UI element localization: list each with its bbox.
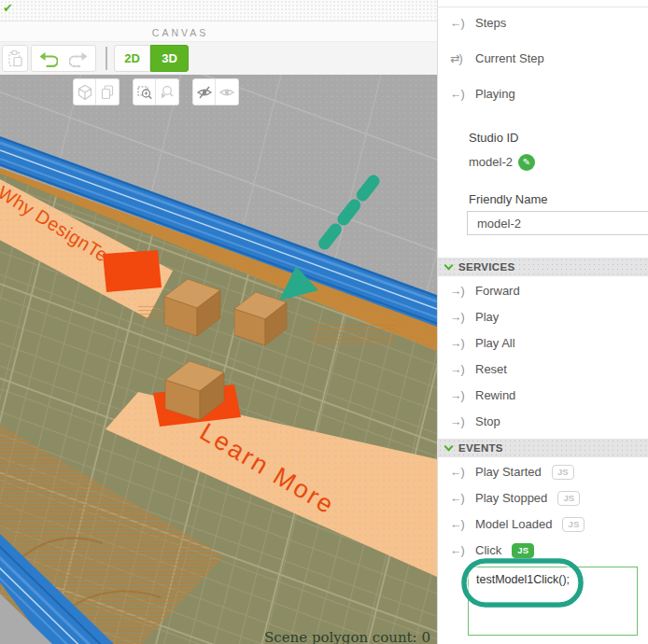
service-label: Reset <box>475 362 507 376</box>
properties-panel: ←) Steps ⇄) Current Step ←) Playing Stud… <box>437 0 648 644</box>
prop-row-steps[interactable]: ←) Steps <box>450 15 506 31</box>
clipboard-icon <box>6 49 24 68</box>
js-badge[interactable]: JS <box>562 517 585 532</box>
canvas-title: CANVAS <box>138 27 222 38</box>
eye-icon <box>218 84 235 101</box>
event-label: Click <box>475 543 501 557</box>
zoom-object-button[interactable] <box>156 78 179 105</box>
sync-arrow-icon: ⇄) <box>450 51 468 65</box>
service-label: Stop <box>475 414 500 428</box>
prop-label: Steps <box>475 16 506 30</box>
prop-row-playing[interactable]: ←) Playing <box>450 86 515 102</box>
binding-arrow-icon: ←) <box>450 17 468 30</box>
friendly-name-label: Friendly Name <box>469 192 548 206</box>
toolbar-divider <box>106 47 107 70</box>
prop-row-current-step[interactable]: ⇄) Current Step <box>450 50 544 66</box>
pencil-icon: ✎ <box>523 157 530 167</box>
studio-id-row: model-2 ✎ <box>469 154 535 170</box>
top-bar: ✔ <box>0 0 437 21</box>
click-code-editor[interactable]: testModel1Click(); <box>468 567 638 636</box>
studio-id-value: model-2 <box>469 155 513 169</box>
event-row-play-started[interactable]: ←) Play Started JS <box>450 464 574 480</box>
canvas-header: CANVAS <box>0 21 437 42</box>
event-row-click[interactable]: ←) Click JS <box>450 542 534 558</box>
services-title: SERVICES <box>458 261 514 273</box>
friendly-name-input[interactable] <box>467 211 648 235</box>
zoom-cursor-icon <box>159 84 176 101</box>
check-icon: ✔ <box>3 1 13 15</box>
service-label: Play <box>475 310 499 324</box>
paste-button[interactable] <box>2 45 28 72</box>
service-arrow-icon: →) <box>450 311 468 324</box>
js-badge-active[interactable]: JS <box>512 543 534 558</box>
undo-icon <box>37 49 58 69</box>
service-label: Play All <box>475 336 515 350</box>
service-arrow-icon: →) <box>450 363 468 376</box>
service-row-forward[interactable]: →) Forward <box>450 283 520 299</box>
redo-icon <box>69 49 90 69</box>
prop-label: Current Step <box>475 51 544 65</box>
wireframe-cube-icon <box>77 84 93 101</box>
wireframe-button[interactable] <box>73 78 96 105</box>
event-label: Play Started <box>475 465 542 479</box>
event-arrow-icon: ←) <box>450 544 468 557</box>
canvas-toolbar: 2D 3D <box>0 42 437 75</box>
service-row-play-all[interactable]: →) Play All <box>450 335 515 351</box>
zoom-region-icon <box>136 84 153 101</box>
service-label: Forward <box>475 284 520 298</box>
show-button[interactable] <box>216 78 239 105</box>
service-arrow-icon: →) <box>450 285 468 298</box>
event-arrow-icon: ←) <box>450 466 468 479</box>
service-arrow-icon: →) <box>450 389 468 402</box>
studio-id-label: Studio ID <box>469 131 518 145</box>
services-section-header[interactable]: SERVICES <box>438 258 648 276</box>
mode-3d-button[interactable]: 3D <box>150 45 189 72</box>
edit-studio-id-button[interactable]: ✎ <box>518 154 535 171</box>
event-label: Play Stopped <box>475 491 547 505</box>
service-label: Rewind <box>475 388 515 402</box>
zoom-select-button[interactable] <box>133 78 156 105</box>
copy-icon <box>99 84 116 101</box>
event-arrow-icon: ←) <box>450 492 468 505</box>
event-label: Model Loaded <box>475 517 552 531</box>
mode-2d-button[interactable]: 2D <box>114 45 150 72</box>
event-arrow-icon: ←) <box>450 518 468 531</box>
events-title: EVENTS <box>458 442 503 454</box>
polygon-count-text: Scene polygon count: 0 <box>264 629 430 644</box>
service-arrow-icon: →) <box>450 337 468 350</box>
event-row-model-loaded[interactable]: ←) Model Loaded JS <box>450 516 585 532</box>
prop-label: Playing <box>475 87 515 101</box>
hide-button[interactable] <box>192 78 216 105</box>
eye-off-icon <box>196 84 213 101</box>
events-section-header[interactable]: EVENTS <box>438 439 648 457</box>
service-row-play[interactable]: →) Play <box>450 309 499 325</box>
red-marker-1[interactable] <box>103 250 162 292</box>
canvas-3d-viewport[interactable]: Why DesignTech Learn More <box>0 75 437 644</box>
js-badge[interactable]: JS <box>557 491 580 506</box>
service-row-stop[interactable]: →) Stop <box>450 413 500 429</box>
service-arrow-icon: →) <box>450 415 468 428</box>
scene-render: Why DesignTech Learn More <box>0 75 437 644</box>
panel-divider <box>438 7 648 7</box>
undo-button[interactable] <box>31 45 64 72</box>
redo-button[interactable] <box>63 45 96 72</box>
service-row-reset[interactable]: →) Reset <box>450 361 507 377</box>
event-row-play-stopped[interactable]: ←) Play Stopped JS <box>450 490 580 506</box>
view-toolbar <box>73 78 239 105</box>
duplicate-button[interactable] <box>96 78 120 105</box>
chevron-down-icon <box>444 441 454 451</box>
binding-arrow-icon: ←) <box>450 88 468 101</box>
js-badge[interactable]: JS <box>552 465 574 480</box>
service-row-rewind[interactable]: →) Rewind <box>450 387 515 403</box>
chevron-down-icon <box>444 260 454 270</box>
